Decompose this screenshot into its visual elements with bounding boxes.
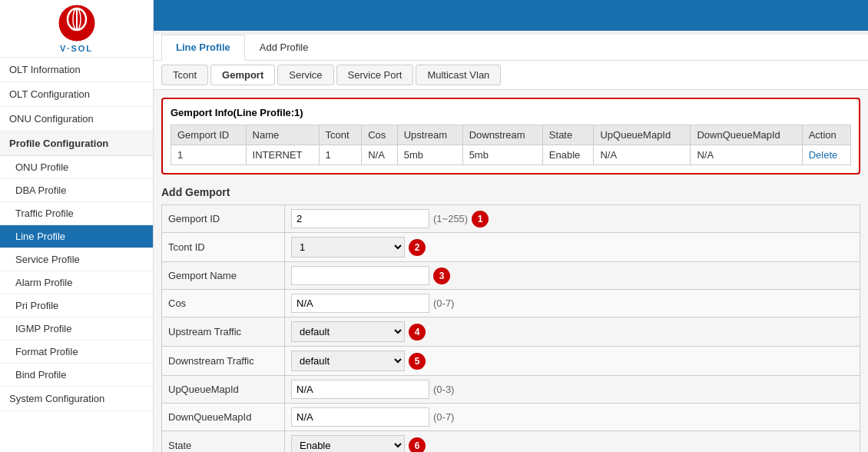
- state-select[interactable]: Enable Disable: [291, 435, 405, 452]
- cell-cos-input: (0-7): [285, 290, 860, 317]
- sub-tab-service[interactable]: Service: [277, 65, 333, 85]
- downstream-traffic-select[interactable]: default: [291, 351, 405, 371]
- sidebar-item-system-configuration[interactable]: System Configuration: [0, 387, 153, 411]
- sub-tab-multicast-vlan[interactable]: Multicast Vlan: [416, 65, 501, 85]
- delete-link[interactable]: Delete: [809, 149, 838, 161]
- label-down-queue-map-id: DownQueueMapId: [162, 404, 285, 431]
- sidebar-item-pri-profile[interactable]: Pri Profile: [0, 294, 153, 317]
- cell-upstream: 5mb: [397, 145, 462, 165]
- cell-downstream-traffic-input: default 5: [285, 347, 860, 376]
- form-row-gemport-name: Gemport Name 3: [162, 262, 860, 290]
- sub-tab-tcont[interactable]: Tcont: [161, 65, 208, 85]
- badge-6: 6: [409, 437, 426, 453]
- cell-cos: N/A: [362, 145, 397, 165]
- sidebar-item-olt-information[interactable]: OLT Information: [0, 58, 153, 82]
- col-up-queue-map-id: UpQueueMapId: [594, 125, 691, 145]
- cell-upstream-traffic-input: default 4: [285, 317, 860, 347]
- label-downstream-traffic: Downstream Traffic: [162, 347, 285, 376]
- label-gemport-name: Gemport Name: [162, 262, 285, 290]
- add-gemport-title: Add Gemport: [161, 186, 860, 198]
- content-header: [154, 0, 868, 31]
- logo-area: V·SOL: [0, 0, 153, 58]
- content-body: Gemport Info(Line Profile:1) Gemport ID …: [154, 90, 868, 452]
- sub-tab-gemport[interactable]: Gemport: [210, 65, 275, 85]
- gemport-name-input[interactable]: [291, 266, 429, 285]
- badge-5: 5: [409, 353, 426, 370]
- badge-1: 1: [472, 211, 489, 228]
- vsol-icon: [58, 4, 96, 42]
- cell-down-queue-map-id: N/A: [691, 145, 802, 165]
- cell-down-queue-map-id-input: (0-7): [285, 404, 860, 431]
- vsol-brand: V·SOL: [60, 44, 93, 53]
- sidebar-item-line-profile[interactable]: Line Profile: [0, 225, 153, 248]
- label-upstream-traffic: Upstream Traffic: [162, 317, 285, 347]
- cell-tcont: 1: [319, 145, 362, 165]
- col-action: Action: [802, 125, 850, 145]
- cell-state: Enable: [542, 145, 594, 165]
- cell-tcont-id-input: 1 2: [285, 233, 860, 262]
- col-gemport-id: Gemport ID: [171, 125, 247, 145]
- cell-action[interactable]: Delete: [802, 145, 850, 165]
- form-row-down-queue-map-id: DownQueueMapId (0-7): [162, 404, 860, 431]
- gemport-info-box: Gemport Info(Line Profile:1) Gemport ID …: [161, 98, 860, 174]
- label-gemport-id: Gemport ID: [162, 205, 285, 233]
- cell-up-queue-map-id-input: (0-3): [285, 376, 860, 404]
- add-gemport-form: Gemport ID (1~255) 1 Tcont ID: [161, 204, 860, 452]
- col-state: State: [542, 125, 594, 145]
- gemport-id-input[interactable]: [291, 209, 429, 228]
- sub-tabs-bar: Tcont Gemport Service Service Port Multi…: [154, 61, 868, 90]
- cell-gemport-name-input: 3: [285, 262, 860, 290]
- form-row-upstream-traffic: Upstream Traffic default 4: [162, 317, 860, 347]
- cos-input[interactable]: [291, 294, 429, 313]
- sidebar-item-alarm-profile[interactable]: Alarm Profile: [0, 271, 153, 294]
- form-row-downstream-traffic: Downstream Traffic default 5: [162, 347, 860, 376]
- col-upstream: Upstream: [397, 125, 462, 145]
- label-up-queue-map-id: UpQueueMapId: [162, 376, 285, 404]
- badge-3: 3: [433, 268, 450, 284]
- label-state: State: [162, 431, 285, 453]
- cell-downstream: 5mb: [462, 145, 542, 165]
- sidebar-item-olt-configuration[interactable]: OLT Configuration: [0, 82, 153, 107]
- down-queue-map-id-input[interactable]: [291, 407, 429, 427]
- sidebar-item-bind-profile[interactable]: Bind Profile: [0, 364, 153, 387]
- vsol-logo: V·SOL: [58, 4, 96, 53]
- label-tcont-id: Tcont ID: [162, 233, 285, 262]
- sidebar-item-traffic-profile[interactable]: Traffic Profile: [0, 202, 153, 225]
- tab-add-profile[interactable]: Add Profile: [245, 35, 323, 60]
- cell-name: INTERNET: [246, 145, 319, 165]
- col-down-queue-map-id: DownQueueMapId: [691, 125, 802, 145]
- col-downstream: Downstream: [462, 125, 542, 145]
- sidebar-item-format-profile[interactable]: Format Profile: [0, 341, 153, 364]
- up-queue-map-id-input[interactable]: [291, 380, 429, 399]
- add-gemport-section: Add Gemport Gemport ID (1~255) 1: [161, 186, 860, 452]
- sidebar-item-onu-profile[interactable]: ONU Profile: [0, 156, 153, 179]
- tcont-id-select[interactable]: 1: [291, 237, 405, 258]
- form-row-up-queue-map-id: UpQueueMapId (0-3): [162, 376, 860, 404]
- form-row-state: State Enable Disable 6: [162, 431, 860, 453]
- sidebar: V·SOL OLT InformationOLT ConfigurationON…: [0, 0, 154, 452]
- sidebar-item-dba-profile[interactable]: DBA Profile: [0, 179, 153, 202]
- sidebar-items-container: OLT InformationOLT ConfigurationONU Conf…: [0, 58, 153, 411]
- tab-line-profile[interactable]: Line Profile: [161, 35, 245, 61]
- sidebar-item-profile-configuration: Profile Configuration: [0, 131, 153, 156]
- badge-2: 2: [409, 239, 426, 256]
- sidebar-item-service-profile[interactable]: Service Profile: [0, 248, 153, 271]
- sidebar-item-igmp-profile[interactable]: IGMP Profile: [0, 317, 153, 341]
- form-row-tcont-id: Tcont ID 1 2: [162, 233, 860, 262]
- cell-state-input: Enable Disable 6: [285, 431, 860, 453]
- gemport-info-title: Gemport Info(Line Profile:1): [171, 107, 851, 118]
- cell-gemport-id: 1: [171, 145, 247, 165]
- form-row-gemport-id: Gemport ID (1~255) 1: [162, 205, 860, 233]
- col-name: Name: [246, 125, 319, 145]
- col-cos: Cos: [362, 125, 397, 145]
- label-cos: Cos: [162, 290, 285, 317]
- upstream-traffic-select[interactable]: default: [291, 321, 405, 342]
- table-row: 1 INTERNET 1 N/A 5mb 5mb Enable N/A N/A …: [171, 145, 851, 165]
- sub-tab-service-port[interactable]: Service Port: [336, 65, 414, 85]
- up-queue-map-id-hint: (0-3): [429, 384, 454, 395]
- sidebar-item-onu-configuration[interactable]: ONU Configuration: [0, 107, 153, 131]
- badge-4: 4: [409, 324, 426, 341]
- main-tabs-bar: Line Profile Add Profile: [154, 35, 868, 61]
- cell-gemport-id-input: (1~255) 1: [285, 205, 860, 233]
- cos-hint: (0-7): [429, 297, 454, 309]
